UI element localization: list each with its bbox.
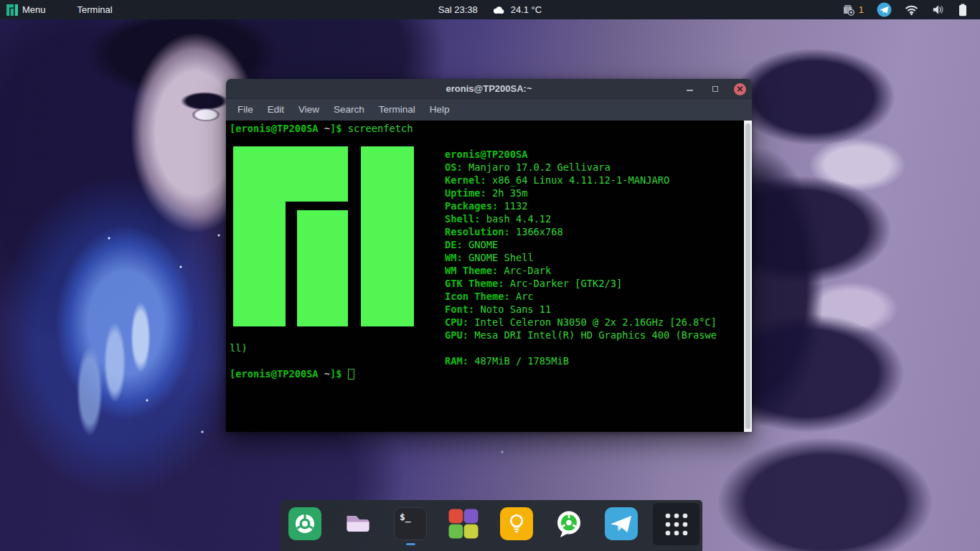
dock-item-software[interactable] [447,507,480,540]
screenfetch-line: OS: Manjaro 17.0.2 Gellivara [445,161,611,174]
screenfetch-line: GTK Theme: Arc-Darker [GTK2/3] [445,277,622,290]
dock-item-files[interactable] [341,507,374,540]
add-remove-software-icon [447,507,480,540]
menu-terminal[interactable]: Terminal [372,99,423,121]
minimize-button[interactable] [684,83,696,95]
screenfetch-line: eronis@TP200SA [445,148,527,161]
clock-label: Sal 23:38 [438,4,478,15]
menu-view[interactable]: View [291,99,326,121]
menubar: File Edit View Search Terminal Help [226,99,752,121]
menu-file[interactable]: File [230,99,260,121]
screenfetch-line: WM Theme: Arc-Dark [445,264,551,277]
telegram-icon [605,507,638,540]
dock-item-chromium[interactable] [288,507,321,540]
command-text: screenfetch [348,123,413,134]
lightbulb-icon [500,507,533,540]
menu-edit[interactable]: Edit [260,99,291,121]
restore-icon [712,86,718,92]
telegram-icon [877,2,892,17]
package-updates-icon [842,4,854,16]
titlebar[interactable]: eronis@TP200SA:~ [226,79,752,99]
menu-search[interactable]: Search [326,99,372,121]
updates-count-badge: 1 [859,4,864,15]
screenfetch-line: CPU: Intel Celeron N3050 @ 2x 2.16GHz [2… [445,316,717,329]
volume-indicator[interactable] [925,0,951,19]
dock-item-terminal[interactable]: $_ [394,507,427,540]
dock-item-whatsapp[interactable] [552,507,585,540]
screenfetch-line: Resolution: 980x551 [445,225,563,238]
screenfetch-line: WM: GNOME Shell [445,251,534,264]
telegram-tray-button[interactable] [870,0,898,19]
shell-prompt-line: [eronis@TP200SA ~]$ screenfetch [230,122,413,135]
battery-icon [958,4,968,17]
window-title: eronis@TP200SA:~ [226,79,752,99]
dock: $_ [281,500,702,551]
app-grid-icon [662,510,691,539]
wrapped-gpu-line: ll) [230,342,248,354]
wifi-icon [905,4,918,15]
dock-item-keep[interactable] [500,507,533,540]
screenfetch-line: Shell: bash 4.4.12 [445,212,551,225]
screenfetch-line: Icon Theme: Arc [445,290,534,303]
screenfetch-line: Kernel: x86_64 Linux 4.11.12-1-MANJARO [445,174,669,187]
screenfetch-line: GPU: Mesa DRI Intel(R) HD Graphics 400 (… [445,329,717,342]
menu-label: Menu [22,4,46,15]
terminal-window: eronis@TP200SA:~ File Edit View Search T… [226,79,752,432]
applications-menu-button[interactable]: Menu [0,0,52,19]
focused-app-label: Terminal [77,4,113,15]
terminal-screen[interactable]: [eronis@TP200SA ~]$ screenfetch eronis@T… [226,121,752,432]
running-indicator [406,543,415,545]
restore-button[interactable] [709,83,721,95]
network-indicator[interactable] [898,0,925,19]
focused-app-menu[interactable]: Terminal [71,0,119,19]
minimize-icon [687,90,693,91]
manjaro-logo-icon [6,4,18,16]
clock[interactable]: Sal 23:38 [432,0,484,19]
shell-prompt-line: [eronis@TP200SA ~]$ [230,367,354,380]
whatsapp-icon [552,507,585,540]
screenfetch-line: Uptime: 2h 35m [445,187,527,199]
manjaro-ascii-logo [233,146,414,328]
scrollbar-thumb[interactable] [745,123,750,429]
cloud-icon [491,4,507,15]
battery-indicator[interactable] [951,0,974,19]
menu-help[interactable]: Help [423,99,457,121]
desktop: Menu Terminal Sal 23:38 24.1 °C [0,0,980,551]
updates-indicator[interactable]: 1 [836,0,870,19]
dock-item-telegram[interactable] [605,507,638,540]
close-icon [737,86,743,93]
show-applications-button[interactable] [653,503,699,545]
screenfetch-line: RAM: 487MiB / 1785MiB [445,354,569,367]
screenfetch-line: Packages: 1132 [445,199,527,212]
terminal-app-icon: $_ [394,507,427,540]
chromium-icon [288,507,321,540]
volume-icon [931,4,945,16]
top-panel: Menu Terminal Sal 23:38 24.1 °C [0,0,980,19]
folder-icon [341,507,374,540]
screenfetch-line: Font: Noto Sans 11 [445,303,551,316]
close-button[interactable] [734,83,746,95]
screenfetch-line: DE: GNOME [445,238,498,251]
terminal-cursor [348,369,354,380]
weather-indicator[interactable]: 24.1 °C [484,0,549,19]
temperature-label: 24.1 °C [511,4,542,15]
scrollbar[interactable] [744,121,752,432]
